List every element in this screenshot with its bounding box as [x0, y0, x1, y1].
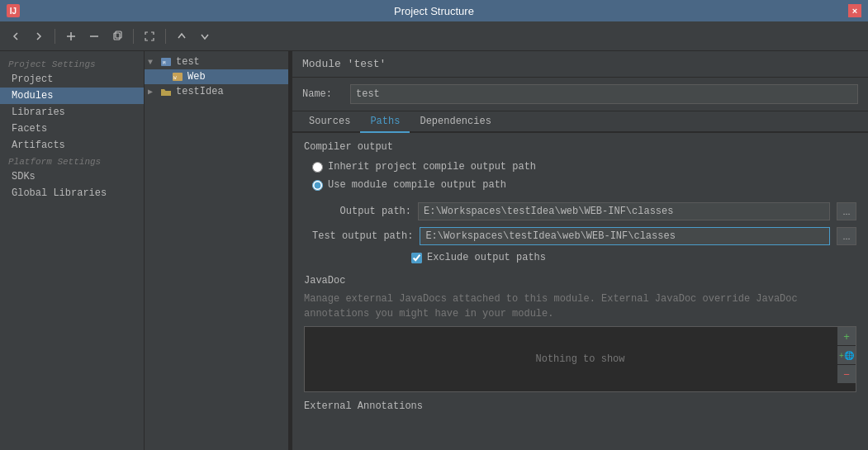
remove-icon — [88, 31, 100, 42]
compiler-output-title: Compiler output — [304, 141, 856, 153]
toolbar-sep-1 — [55, 29, 55, 44]
module-icon-test: M — [159, 56, 173, 68]
svg-text:M: M — [163, 60, 166, 66]
content-panel: Module 'test' Name: Sources Paths Depend… — [292, 51, 868, 450]
tree-item-test[interactable]: ▼ M test — [145, 54, 288, 69]
tab-sources[interactable]: Sources — [299, 111, 360, 133]
title-bar-left: IJ — [7, 4, 20, 17]
sidebar-item-artifacts[interactable]: Artifacts — [0, 137, 144, 154]
javadoc-actions: + +🌐 − — [837, 327, 856, 383]
expand-arrow-testidea: ▶ — [148, 87, 159, 97]
expand-button[interactable] — [140, 27, 159, 45]
forward-icon — [33, 31, 45, 42]
test-output-path-input[interactable] — [420, 227, 830, 245]
expand-icon — [144, 31, 155, 42]
expand-arrow-test: ▼ — [148, 58, 159, 67]
test-output-path-browse-button[interactable]: ... — [837, 227, 856, 245]
javadoc-section: JavaDoc Manage external JavaDocs attache… — [304, 275, 856, 392]
tree-item-testidea[interactable]: ▶ testIdea — [145, 84, 288, 99]
name-row: Name: — [292, 78, 868, 111]
test-output-path-label: Test output path: — [312, 230, 413, 242]
tree-label-testidea: testIdea — [176, 86, 224, 97]
javadoc-description: Manage external JavaDocs attached to thi… — [304, 291, 856, 321]
output-path-input[interactable] — [418, 202, 830, 220]
content-body: Compiler output Inherit project compile … — [292, 133, 868, 450]
move-up-button[interactable] — [173, 27, 191, 45]
output-path-label: Output path: — [312, 206, 411, 217]
javadoc-title: JavaDoc — [304, 275, 856, 287]
sidebar: Project Settings Project Modules Librari… — [0, 51, 145, 450]
back-icon — [10, 31, 21, 42]
sidebar-item-project[interactable]: Project — [0, 71, 144, 88]
name-label: Name: — [302, 88, 344, 100]
sidebar-item-modules[interactable]: Modules — [0, 88, 144, 104]
external-annotations-title: External Annotations — [304, 400, 856, 412]
web-icon: W — [171, 71, 184, 83]
tree-label-test: test — [176, 56, 200, 68]
sidebar-item-global-libraries[interactable]: Global Libraries — [0, 185, 144, 201]
add-icon — [65, 31, 77, 42]
output-path-row: Output path: ... — [304, 202, 856, 220]
svg-rect-3 — [114, 33, 120, 40]
main-layout: Project Settings Project Modules Librari… — [0, 51, 868, 450]
move-down-button[interactable] — [196, 27, 214, 45]
svg-text:W: W — [173, 75, 177, 81]
app-icon: IJ — [7, 4, 20, 17]
javadoc-remove-button[interactable]: − — [837, 365, 856, 383]
javadoc-box: Nothing to show + +🌐 − — [304, 326, 856, 392]
name-input[interactable] — [350, 84, 858, 104]
folder-icon-testidea — [159, 86, 173, 97]
exclude-checkbox-row: Exclude output paths — [304, 252, 856, 263]
module-header: Module 'test' — [292, 51, 868, 78]
javadoc-add-from-web-button[interactable]: +🌐 — [837, 346, 856, 364]
sidebar-item-facets[interactable]: Facets — [0, 121, 144, 137]
output-path-browse-button[interactable]: ... — [837, 202, 856, 220]
move-up-icon — [176, 31, 187, 42]
sidebar-item-libraries[interactable]: Libraries — [0, 104, 144, 121]
tree-label-web: Web — [187, 71, 206, 83]
inherit-radio-row: Inherit project compile output path — [312, 161, 856, 173]
use-module-radio-row: Use module compile output path — [312, 179, 856, 191]
add-button[interactable] — [62, 27, 80, 45]
javadoc-empty-text: Nothing to show — [535, 353, 624, 365]
tab-dependencies[interactable]: Dependencies — [410, 111, 500, 133]
javadoc-add-button[interactable]: + — [837, 327, 856, 345]
copy-icon — [111, 31, 123, 42]
toolbar-sep-2 — [133, 29, 134, 44]
test-output-path-row: Test output path: ... — [304, 227, 856, 245]
forward-button[interactable] — [30, 27, 48, 45]
svg-rect-4 — [116, 31, 121, 38]
tree-item-web[interactable]: W Web — [145, 69, 288, 84]
compiler-output-radio-group: Inherit project compile output path Use … — [304, 161, 856, 191]
platform-settings-label: Platform Settings — [0, 154, 144, 168]
sidebar-item-sdks[interactable]: SDKs — [0, 168, 144, 185]
move-down-icon — [199, 31, 211, 42]
use-module-radio-label[interactable]: Use module compile output path — [328, 179, 506, 191]
exclude-checkbox[interactable] — [411, 253, 422, 263]
copy-button[interactable] — [108, 27, 126, 45]
exclude-checkbox-label[interactable]: Exclude output paths — [427, 252, 546, 263]
tab-paths[interactable]: Paths — [360, 111, 410, 133]
back-button[interactable] — [7, 27, 25, 45]
use-module-radio[interactable] — [312, 180, 323, 191]
inherit-radio-label[interactable]: Inherit project compile output path — [328, 161, 536, 173]
tabs-row: Sources Paths Dependencies — [292, 111, 868, 133]
remove-button[interactable] — [85, 27, 103, 45]
inherit-radio[interactable] — [312, 162, 323, 173]
module-tree: ▼ M test W Web ▶ testIdea — [145, 51, 289, 450]
project-settings-label: Project Settings — [0, 56, 144, 71]
toolbar-sep-3 — [165, 29, 166, 44]
close-button[interactable]: × — [848, 4, 861, 17]
window-title: Project Structure — [394, 5, 474, 17]
title-bar: IJ Project Structure × — [0, 0, 868, 21]
toolbar — [0, 21, 868, 51]
